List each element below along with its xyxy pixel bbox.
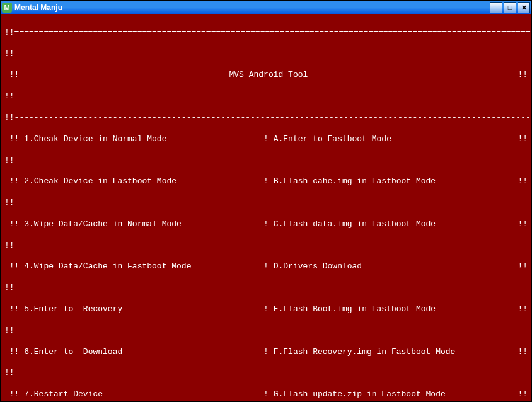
menu-item: G.Flash update.zip in Fastboot Mode — [274, 389, 513, 400]
border-line: !! !! — [4, 241, 528, 251]
border-line: !! !! — [4, 91, 528, 102]
border-line: !! !! — [4, 156, 528, 166]
menu-row: !! 3.Wipe Data/Cache in Normal Mode! C.F… — [4, 219, 528, 230]
border-line: !!--------------------------------------… — [4, 113, 528, 123]
terminal[interactable]: !!======================================… — [1, 14, 531, 401]
menu-row: !! 4.Wipe Data/Cache in Fastboot Mode! D… — [4, 261, 528, 272]
window-title: Mental Manju — [14, 3, 490, 12]
menu-item: 5.Enter to Recovery — [24, 304, 263, 315]
menu-item: 2.Cheak Device in Fastboot Mode — [24, 176, 263, 187]
minimize-button[interactable]: _ — [490, 2, 502, 13]
menu-item: F.Flash Recovery.img in Fastboot Mode — [274, 347, 513, 358]
menu-item: B.Flash cahe.img in Fastboot Mode — [274, 176, 513, 187]
border-line: !! !! — [4, 326, 528, 336]
app-window: M Mental Manju _ □ ✕ !!=================… — [0, 0, 532, 402]
menu-item: D.Drivers Download — [274, 261, 513, 272]
title-row: !! MVS Android Tool !! — [4, 70, 528, 81]
app-icon: M — [2, 3, 12, 13]
menu-row: !! 1.Cheak Device in Normal Mode! A.Ente… — [4, 134, 528, 145]
border-line: !!======================================… — [4, 28, 528, 38]
close-button[interactable]: ✕ — [518, 2, 530, 13]
menu-item: A.Enter to Fastboot Mode — [274, 134, 513, 145]
titlebar[interactable]: M Mental Manju _ □ ✕ — [1, 1, 531, 14]
menu-item: 6.Enter to Download — [24, 347, 263, 358]
menu-item: 3.Wipe Data/Cache in Normal Mode — [24, 219, 263, 230]
menu-item: 4.Wipe Data/Cache in Fastboot Mode — [24, 261, 263, 272]
menu-item: 7.Restart Device — [24, 389, 263, 400]
border-line: !! !! — [4, 198, 528, 209]
border-line: !! !! — [4, 368, 528, 379]
menu-item: E.Flash Boot.img in Fastboot Mode — [274, 304, 513, 315]
menu-row: !! 7.Restart Device! G.Flash update.zip … — [4, 389, 528, 400]
menu-row: !! 5.Enter to Recovery! E.Flash Boot.img… — [4, 304, 528, 315]
menu-item: C.Flash data.img in Fastboot Mode — [274, 219, 513, 230]
menu-row: !! 2.Cheak Device in Fastboot Mode! B.Fl… — [4, 176, 528, 187]
app-title: MVS Android Tool — [24, 70, 512, 81]
border-line: !! !! — [4, 49, 528, 60]
border-line: !! !! — [4, 283, 528, 294]
menu-item: 1.Cheak Device in Normal Mode — [24, 134, 263, 145]
maximize-button[interactable]: □ — [504, 2, 516, 13]
menu-row: !! 6.Enter to Download! F.Flash Recovery… — [4, 347, 528, 358]
